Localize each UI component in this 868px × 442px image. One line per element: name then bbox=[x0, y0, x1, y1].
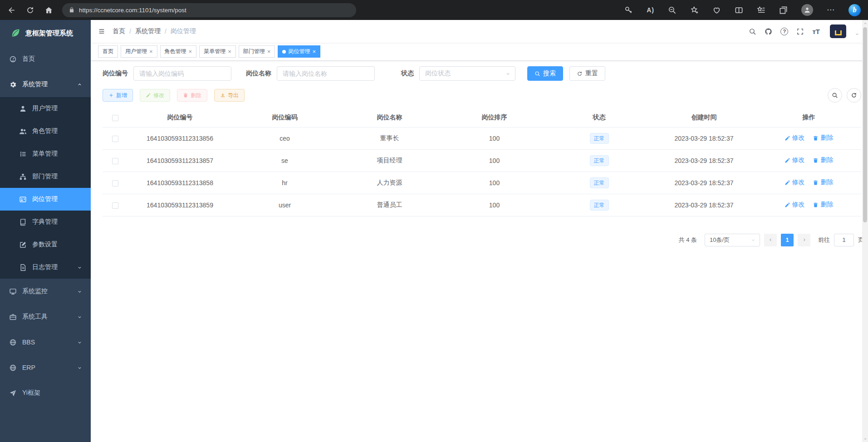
sidebar-item-user-mgmt[interactable]: 用户管理 bbox=[0, 97, 91, 120]
add-favorite-icon[interactable] bbox=[690, 6, 699, 15]
delete-link[interactable]: 删除 bbox=[813, 201, 833, 209]
browser-home-icon[interactable] bbox=[44, 6, 53, 15]
tab-post-mgmt[interactable]: 岗位管理 × bbox=[278, 45, 320, 58]
edit-link[interactable]: 修改 bbox=[785, 201, 805, 209]
export-button[interactable]: 导出 bbox=[214, 89, 245, 102]
document-icon bbox=[19, 264, 27, 271]
lock-icon[interactable] bbox=[69, 7, 75, 13]
delete-link[interactable]: 删除 bbox=[813, 178, 833, 187]
zoom-out-icon[interactable] bbox=[668, 6, 677, 15]
sidebar-item-param-settings[interactable]: 参数设置 bbox=[0, 233, 91, 256]
close-icon[interactable]: × bbox=[267, 49, 271, 54]
sidebar-item-erp[interactable]: ERP bbox=[0, 355, 91, 380]
browser-essentials-icon[interactable] bbox=[712, 6, 721, 15]
post-code-input[interactable] bbox=[133, 66, 231, 81]
tab-user-mgmt[interactable]: 用户管理 × bbox=[121, 45, 157, 58]
goto-page-input[interactable] bbox=[834, 234, 854, 246]
font-size-icon[interactable]: тT bbox=[812, 28, 820, 35]
add-button[interactable]: 新增 bbox=[103, 89, 133, 102]
row-checkbox[interactable] bbox=[112, 202, 118, 209]
sidebar-item-log-mgmt[interactable]: 日志管理 bbox=[0, 256, 91, 279]
read-aloud-icon[interactable]: A) bbox=[647, 6, 654, 14]
sidebar-item-bbs[interactable]: BBS bbox=[0, 329, 91, 355]
reset-button[interactable]: 重置 bbox=[569, 66, 605, 81]
menu-label: 用户管理 bbox=[32, 104, 58, 113]
sidebar-item-system-mgmt[interactable]: 系统管理 bbox=[0, 72, 91, 97]
page-number-button[interactable]: 1 bbox=[781, 234, 794, 246]
back-icon[interactable] bbox=[7, 6, 16, 15]
browser-menu-icon[interactable]: ⋯ bbox=[827, 8, 835, 12]
row-checkbox[interactable] bbox=[112, 158, 118, 164]
browser-profile-avatar[interactable] bbox=[801, 4, 813, 16]
sidebar-item-menu-mgmt[interactable]: 菜单管理 bbox=[0, 142, 91, 165]
user-avatar[interactable] bbox=[830, 25, 846, 38]
menu-label: 参数设置 bbox=[32, 241, 58, 249]
sidebar-item-system-monitor[interactable]: 系统监控 bbox=[0, 279, 91, 304]
status-select[interactable]: 岗位状态 bbox=[419, 66, 515, 81]
scrollbar-down-arrow[interactable] bbox=[863, 435, 868, 442]
table-toolbar-right bbox=[828, 88, 861, 103]
sidebar-item-yi-framework[interactable]: Yi框架 bbox=[0, 380, 91, 406]
split-screen-icon[interactable] bbox=[735, 6, 743, 15]
select-all-checkbox[interactable] bbox=[112, 115, 118, 121]
tab-menu-mgmt[interactable]: 菜单管理 × bbox=[199, 45, 236, 58]
cell-post-name: 董事长 bbox=[337, 127, 442, 149]
refresh-icon bbox=[851, 92, 857, 98]
breadcrumb-home[interactable]: 首页 bbox=[113, 27, 125, 35]
close-icon[interactable]: × bbox=[189, 49, 192, 54]
next-page-button[interactable] bbox=[798, 234, 810, 246]
page-scrollbar[interactable] bbox=[862, 20, 868, 442]
delete-link[interactable]: 删除 bbox=[813, 156, 833, 164]
chevron-down-icon bbox=[77, 365, 83, 371]
collections-icon[interactable] bbox=[779, 6, 788, 15]
row-checkbox[interactable] bbox=[112, 136, 118, 142]
post-name-input[interactable] bbox=[277, 66, 375, 81]
edit-link[interactable]: 修改 bbox=[785, 134, 805, 142]
close-icon[interactable]: × bbox=[149, 49, 153, 54]
search-button[interactable]: 搜索 bbox=[527, 66, 563, 81]
status-badge: 正常 bbox=[590, 177, 609, 188]
help-icon[interactable]: ? bbox=[780, 28, 788, 35]
chevron-down-icon bbox=[77, 265, 83, 270]
sidebar-item-system-tools[interactable]: 系统工具 bbox=[0, 304, 91, 329]
menu-label: 角色管理 bbox=[32, 127, 58, 135]
scrollbar-up-arrow[interactable] bbox=[863, 20, 868, 27]
sidebar-toggle-icon[interactable] bbox=[98, 28, 105, 35]
header-search-icon[interactable] bbox=[749, 28, 756, 35]
scrollbar-thumb[interactable] bbox=[863, 27, 867, 222]
cell-created-time: 2023-03-29 18:52:37 bbox=[652, 127, 756, 149]
tab-role-mgmt[interactable]: 角色管理 × bbox=[160, 45, 197, 58]
bing-copilot-icon[interactable]: b bbox=[848, 4, 861, 16]
prev-page-button[interactable] bbox=[764, 234, 777, 246]
fullscreen-icon[interactable] bbox=[796, 28, 804, 35]
address-bar[interactable]: https://ccnetcore.com:1101/system/post bbox=[62, 3, 356, 17]
edit-link-label: 修改 bbox=[792, 156, 805, 164]
sidebar-item-role-mgmt[interactable]: 角色管理 bbox=[0, 120, 91, 142]
close-icon[interactable]: × bbox=[312, 49, 316, 54]
table-header-row: 岗位编号 岗位编码 岗位名称 岗位排序 状态 创建时间 操作 bbox=[103, 108, 861, 127]
favorites-icon[interactable] bbox=[757, 6, 765, 15]
close-icon[interactable]: × bbox=[228, 49, 231, 54]
page-size-select[interactable]: 10条/页 bbox=[705, 234, 760, 246]
person-icon bbox=[804, 6, 811, 14]
github-icon[interactable] bbox=[765, 28, 772, 35]
sidebar-item-post-mgmt[interactable]: 岗位管理 bbox=[0, 188, 91, 211]
password-key-icon[interactable] bbox=[624, 6, 633, 15]
breadcrumb-system-mgmt[interactable]: 系统管理 bbox=[135, 27, 161, 35]
edit-link[interactable]: 修改 bbox=[785, 156, 805, 164]
sidebar-item-dept-mgmt[interactable]: 部门管理 bbox=[0, 165, 91, 188]
row-checkbox[interactable] bbox=[112, 180, 118, 187]
tab-home[interactable]: 首页 bbox=[98, 45, 118, 58]
browser-refresh-icon[interactable] bbox=[26, 6, 34, 15]
delete-link[interactable]: 删除 bbox=[813, 134, 833, 142]
refresh-table-button[interactable] bbox=[847, 88, 861, 103]
edit-link[interactable]: 修改 bbox=[785, 178, 805, 187]
avatar-caret-icon[interactable] bbox=[854, 31, 860, 37]
sidebar-item-dict-mgmt[interactable]: 字典管理 bbox=[0, 211, 91, 233]
sidebar-item-home[interactable]: 首页 bbox=[0, 46, 91, 72]
goto-label: 前往 bbox=[818, 236, 830, 244]
toggle-search-button[interactable] bbox=[828, 88, 842, 103]
col-header-post-id: 岗位编号 bbox=[128, 108, 232, 127]
tab-dept-mgmt[interactable]: 部门管理 × bbox=[239, 45, 275, 58]
status-badge: 正常 bbox=[590, 155, 609, 166]
